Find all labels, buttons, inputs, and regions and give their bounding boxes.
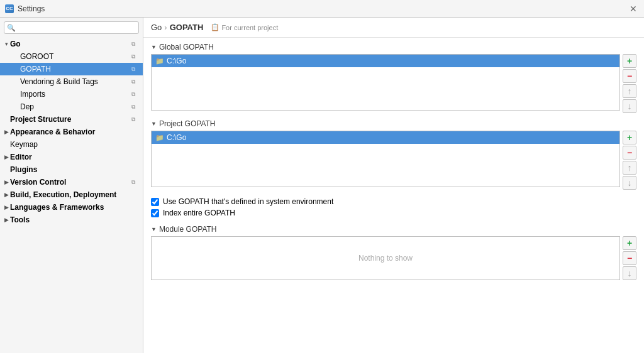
folder-icon: 📁 [155,57,164,65]
list-item[interactable]: 📁 C:\Go [152,131,619,144]
module-gopath-header: ▼ Module GOPATH [151,225,636,234]
sidebar-item-label: Go [10,40,129,48]
sidebar: 🔍 ▾ Go ⧉ GOROOT ⧉ GOPATH ⧉ [0,18,143,353]
spacer [13,65,20,73]
project-gopath-list-container: 📁 C:\Go + − ↑ ↓ [151,131,636,190]
sidebar-item-label: Version Control [10,178,129,187]
window-title: Settings [18,4,45,13]
project-gopath-list[interactable]: 📁 C:\Go [151,131,620,187]
sidebar-item-tools[interactable]: ▶ Tools [0,214,143,226]
chevron-icon: ▶ [3,191,10,198]
breadcrumb-note-text: For current project [221,24,278,31]
copy-icon: ⧉ [129,52,138,61]
checkbox-row-index-gopath: Index entire GOPATH [151,207,636,219]
remove-button[interactable]: − [623,251,636,265]
project-gopath-actions: + − ↑ ↓ [623,131,636,190]
sidebar-item-label: GOPATH [20,65,129,73]
search-box[interactable]: 🔍 [4,21,139,34]
section-chevron-icon: ▼ [151,226,157,232]
down-button[interactable]: ↓ [623,176,636,190]
sidebar-item-go[interactable]: ▾ Go ⧉ [0,38,143,50]
global-gopath-section: ▼ Global GOPATH 📁 C:\Go + − ↑ ↓ [151,43,636,113]
sidebar-item-imports[interactable]: Imports ⧉ [0,88,143,100]
sidebar-item-keymap[interactable]: Keymap [0,138,143,151]
project-gopath-header: ▼ Project GOPATH [151,119,636,128]
remove-button[interactable]: − [623,146,636,160]
module-gopath-list[interactable]: Nothing to show [151,236,620,280]
add-button[interactable]: + [623,54,636,68]
sidebar-item-label: GOROOT [20,52,129,61]
path-text: C:\Go [167,133,186,142]
global-gopath-header: ▼ Global GOPATH [151,43,636,52]
chevron-icon: ▶ [3,153,10,161]
sidebar-item-version-control[interactable]: ▶ Version Control ⧉ [0,176,143,188]
sidebar-item-label: Project Structure [10,115,129,124]
copy-icon: ⧉ [129,115,138,124]
breadcrumb: Go › GOPATH 📋 For current project [143,18,644,38]
spacer [13,103,20,111]
folder-icon: 📁 [155,134,164,142]
content-scroll: ▼ Global GOPATH 📁 C:\Go + − ↑ ↓ [143,38,644,353]
add-button[interactable]: + [623,131,636,144]
chevron-icon: ▶ [3,178,10,186]
spacer [13,90,20,98]
use-gopath-label[interactable]: Use GOPATH that's defined in system envi… [163,197,333,206]
copy-icon: ⧉ [129,40,138,48]
chevron-icon: ▶ [3,204,10,211]
sidebar-item-dep[interactable]: Dep ⧉ [0,100,143,113]
sidebar-item-vendoring[interactable]: Vendoring & Build Tags ⧉ [0,75,143,88]
remove-button[interactable]: − [623,69,636,83]
sidebar-item-editor[interactable]: ▶ Editor [0,151,143,163]
breadcrumb-current: GOPATH [170,23,204,32]
global-gopath-actions: + − ↑ ↓ [623,54,636,113]
project-gopath-section: ▼ Project GOPATH 📁 C:\Go + − ↑ ↓ [151,119,636,190]
module-gopath-label: Module GOPATH [159,225,217,234]
index-gopath-checkbox[interactable] [151,209,159,217]
sidebar-item-goroot[interactable]: GOROOT ⧉ [0,50,143,63]
sidebar-item-label: Keymap [10,140,138,149]
content-area: Go › GOPATH 📋 For current project ▼ Glob… [143,18,644,353]
sidebar-item-label: Plugins [10,165,138,174]
sidebar-item-label: Editor [10,153,138,161]
copy-icon: ⧉ [129,65,138,73]
section-chevron-icon: ▼ [151,44,157,50]
chevron-icon: ▶ [3,128,10,136]
down-button[interactable]: ↓ [623,266,636,280]
title-bar: CC Settings ✕ [0,0,644,18]
add-button[interactable]: + [623,236,636,250]
global-gopath-label: Global GOPATH [159,43,214,52]
sidebar-tree: ▾ Go ⧉ GOROOT ⧉ GOPATH ⧉ Vendoring & Bui… [0,36,143,353]
spacer [3,166,10,173]
list-item[interactable]: 📁 C:\Go [152,55,619,67]
spacer [3,116,10,123]
use-gopath-checkbox[interactable] [151,198,159,206]
module-gopath-list-container: Nothing to show + − ↓ [151,236,636,280]
sidebar-item-label: Dep [20,102,129,111]
close-button[interactable]: ✕ [628,3,639,14]
global-gopath-list-container: 📁 C:\Go + − ↑ ↓ [151,54,636,113]
copy-icon: ⧉ [129,102,138,111]
clipboard-icon: 📋 [211,23,219,31]
chevron-icon: ▶ [3,216,10,224]
copy-icon: ⧉ [129,178,138,187]
sidebar-item-project-structure[interactable]: Project Structure ⧉ [0,113,143,126]
sidebar-item-languages[interactable]: ▶ Languages & Frameworks [0,201,143,214]
copy-icon: ⧉ [129,77,138,86]
index-gopath-label[interactable]: Index entire GOPATH [163,209,235,217]
down-button[interactable]: ↓ [623,99,636,113]
sidebar-item-appearance[interactable]: ▶ Appearance & Behavior [0,126,143,138]
project-gopath-label: Project GOPATH [159,119,216,128]
breadcrumb-note: 📋 For current project [211,23,278,31]
search-icon: 🔍 [7,24,16,32]
up-button[interactable]: ↑ [623,161,636,175]
section-chevron-icon: ▼ [151,121,157,127]
search-input[interactable] [4,21,139,34]
sidebar-item-plugins[interactable]: Plugins [0,163,143,176]
sidebar-item-gopath[interactable]: GOPATH ⧉ [0,63,143,75]
breadcrumb-separator: › [164,23,167,32]
sidebar-item-build-execution[interactable]: ▶ Build, Execution, Deployment [0,188,143,201]
copy-icon: ⧉ [129,90,138,99]
main-layout: 🔍 ▾ Go ⧉ GOROOT ⧉ GOPATH ⧉ [0,18,644,353]
global-gopath-list[interactable]: 📁 C:\Go [151,54,620,111]
up-button[interactable]: ↑ [623,84,636,98]
